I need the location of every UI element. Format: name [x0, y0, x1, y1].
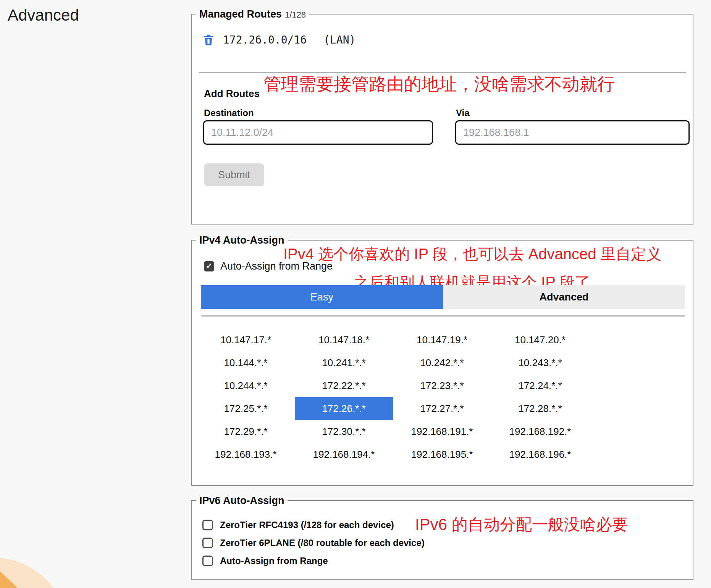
ip-range-cell[interactable]: 192.168.194.* [295, 443, 393, 466]
ipv4-auto-assign-row: Auto-Assign from Range [204, 260, 333, 272]
ipv4-auto-assign-label: Auto-Assign from Range [220, 260, 333, 272]
ipv4-legend: IPv4 Auto-Assign [196, 233, 288, 247]
managed-routes-legend-text: Managed Routes [199, 8, 282, 20]
ip-range-cell[interactable]: 10.147.20.* [491, 328, 589, 351]
ip-range-cell[interactable]: 10.244.*.* [197, 374, 295, 397]
ip-range-cell[interactable]: 10.147.17.* [197, 328, 295, 351]
tab-advanced[interactable]: Advanced [443, 285, 685, 309]
via-label: Via [456, 108, 470, 118]
ipv6-panel: IPv6 Auto-Assign IPv6 的自动分配一般没啥必要 ZeroTi… [191, 500, 693, 580]
page: Advanced Managed Routes1/128 172.26.0.0/… [0, 0, 711, 588]
destination-input[interactable] [203, 120, 433, 145]
ip-range-cell[interactable]: 192.168.196.* [491, 443, 589, 466]
ip-range-grid: 10.147.17.*10.147.18.*10.147.19.*10.147.… [197, 328, 589, 466]
routes-annotation: 管理需要接管路由的地址，没啥需求不动就行 [263, 73, 615, 96]
ip-range-cell[interactable]: 172.27.*.* [393, 397, 491, 420]
ip-range-cell[interactable]: 10.243.*.* [491, 351, 589, 374]
page-title: Advanced [8, 6, 79, 24]
managed-routes-panel: Managed Routes1/128 172.26.0.0/16 (LAN) … [191, 14, 693, 225]
ip-range-cell[interactable]: 172.28.*.* [491, 397, 589, 420]
ip-range-cell[interactable]: 172.25.*.* [197, 397, 295, 420]
ip-range-cell[interactable]: 172.29.*.* [197, 420, 295, 443]
ipv6-option-row: Auto-Assign from Range [202, 555, 425, 567]
ip-range-cell[interactable]: 10.144.*.* [197, 351, 295, 374]
ipv4-annotation-line1: IPv4 选个你喜欢的 IP 段，也可以去 Advanced 里自定义 [283, 244, 662, 265]
ip-range-cell[interactable]: 172.24.*.* [491, 374, 589, 397]
route-target: 172.26.0.0/16 [223, 34, 307, 46]
checkbox-checked-icon[interactable] [204, 261, 214, 271]
managed-routes-count: 1/128 [285, 10, 306, 19]
checkbox-unchecked-icon[interactable] [202, 556, 213, 566]
tab-easy[interactable]: Easy [201, 285, 443, 309]
decor-wedge [0, 571, 18, 588]
checkbox-unchecked-icon[interactable] [202, 538, 213, 548]
ip-range-cell[interactable]: 192.168.195.* [393, 443, 491, 466]
ip-range-cell[interactable]: 192.168.192.* [491, 420, 589, 443]
ip-range-cell[interactable]: 10.147.18.* [295, 328, 393, 351]
checkbox-unchecked-icon[interactable] [202, 520, 213, 530]
ipv6-option-label: Auto-Assign from Range [220, 556, 328, 566]
ipv6-option-row: ZeroTier 6PLANE (/80 routable for each d… [202, 537, 425, 549]
ipv4-divider [201, 315, 685, 317]
route-row: 172.26.0.0/16 (LAN) [203, 34, 356, 46]
ipv6-options: ZeroTier RFC4193 (/128 for each device)Z… [202, 519, 425, 567]
add-routes-label: Add Routes [204, 88, 260, 100]
ipv6-legend: IPv6 Auto-Assign [196, 494, 288, 507]
ip-range-cell[interactable]: 10.147.19.* [393, 328, 491, 351]
ip-range-cell[interactable]: 192.168.193.* [197, 443, 295, 466]
ip-range-cell[interactable]: 172.30.*.* [295, 420, 393, 443]
submit-button[interactable]: Submit [204, 163, 264, 186]
ip-range-cell[interactable]: 172.22.*.* [295, 374, 393, 397]
ipv6-option-row: ZeroTier RFC4193 (/128 for each device) [202, 519, 425, 531]
ipv6-option-label: ZeroTier 6PLANE (/80 routable for each d… [220, 538, 425, 548]
ipv6-annotation: IPv6 的自动分配一般没啥必要 [415, 514, 628, 535]
ipv4-mode-tabs: Easy Advanced [201, 285, 685, 309]
ip-range-cell[interactable]: 10.242.*.* [393, 351, 491, 374]
ipv6-option-label: ZeroTier RFC4193 (/128 for each device) [220, 520, 394, 530]
ip-range-cell-selected[interactable]: 172.26.*.* [295, 397, 393, 420]
trash-icon[interactable] [203, 34, 214, 45]
route-via-label: (LAN) [323, 34, 356, 46]
ip-range-cell[interactable]: 10.241.*.* [295, 351, 393, 374]
destination-label: Destination [204, 108, 254, 118]
via-input[interactable] [455, 120, 690, 145]
ip-range-cell[interactable]: 172.23.*.* [393, 374, 491, 397]
ip-range-cell[interactable]: 192.168.191.* [393, 420, 491, 443]
managed-routes-legend: Managed Routes1/128 [196, 7, 309, 21]
ipv4-panel: IPv4 Auto-Assign IPv4 选个你喜欢的 IP 段，也可以去 A… [191, 240, 693, 486]
